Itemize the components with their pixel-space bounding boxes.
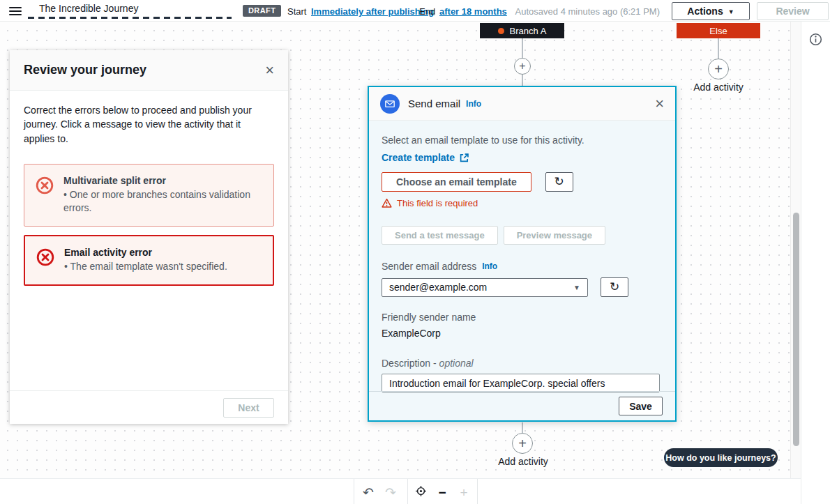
branch-a-label: Branch A (510, 26, 547, 36)
refresh-icon: ↻ (610, 280, 619, 293)
refresh-senders-button[interactable]: ↻ (601, 277, 628, 297)
help-rail (801, 22, 830, 504)
else-label: Else (709, 26, 727, 36)
next-button[interactable]: Next (223, 398, 274, 418)
description-label: Description - (382, 358, 437, 369)
external-link-icon (459, 153, 469, 163)
toolbar-divider (477, 479, 478, 504)
review-panel-title: Review your journey (24, 63, 146, 77)
info-icon[interactable] (809, 33, 822, 46)
insert-activity-button[interactable]: + (514, 58, 531, 75)
send-email-dialog-body: Select an email template to use for this… (369, 121, 675, 392)
journey-title-field[interactable]: The Incredible Journey (28, 1, 232, 19)
zoom-in-button[interactable]: + (453, 482, 474, 503)
plus-icon: + (518, 436, 527, 452)
chevron-down-icon: ▼ (573, 284, 580, 291)
center-view-icon (415, 485, 427, 497)
error-card-email-activity[interactable]: Email activity error The email template … (24, 235, 274, 286)
email-activity-icon (380, 94, 400, 114)
toolbar-divider (354, 479, 354, 504)
review-panel-header: Review your journey × (10, 50, 288, 91)
sender-info-link[interactable]: Info (482, 261, 497, 271)
chevron-down-icon: ▼ (728, 8, 734, 15)
journey-editor-screen: The Incredible Journey DRAFT Start Immed… (0, 0, 830, 504)
start-condition-link[interactable]: Immediately after publishing (311, 6, 434, 17)
send-email-dialog-header: Send email Info × (369, 87, 675, 121)
save-button[interactable]: Save (619, 397, 663, 415)
preview-message-button[interactable]: Preview message (504, 226, 605, 245)
error-message: One or more branches contains validation… (63, 188, 262, 215)
send-email-info-link[interactable]: Info (466, 99, 481, 109)
template-hint-text: Select an email template to use for this… (382, 135, 663, 146)
toolbar-divider (407, 479, 408, 504)
error-circle-icon (36, 176, 54, 194)
undo-button[interactable]: ↶ (358, 482, 379, 503)
friendly-sender-label: Friendly sender name (382, 312, 663, 323)
add-activity-else-button[interactable]: + (708, 59, 729, 79)
dialog-title: Send email (408, 98, 460, 109)
branch-a-chip[interactable]: Branch A (480, 23, 564, 38)
close-icon[interactable]: × (265, 63, 274, 77)
send-test-message-button[interactable]: Send a test message (382, 226, 498, 245)
end-label: End (419, 6, 435, 17)
description-optional-label: optional (439, 358, 474, 369)
top-bar: The Incredible Journey DRAFT Start Immed… (0, 0, 830, 22)
review-panel-footer: Next (10, 390, 288, 424)
close-icon[interactable]: × (655, 97, 664, 111)
warning-triangle-icon (382, 198, 392, 208)
hamburger-menu-icon[interactable] (9, 5, 22, 16)
review-panel-body: Correct the errors below to proceed and … (10, 91, 288, 286)
sender-email-select[interactable]: sender@example.com ▼ (382, 278, 588, 297)
center-view-button[interactable] (410, 482, 431, 503)
status-badge: DRAFT (243, 5, 281, 17)
required-field-error: This field is required (397, 198, 478, 208)
canvas-toolbar: ↶ ↷ − + (0, 478, 801, 504)
zoom-out-button[interactable]: − (432, 482, 453, 503)
journeys-feedback-button[interactable]: How do you like journeys? (664, 448, 778, 467)
end-condition-link[interactable]: after 18 months (439, 6, 507, 17)
error-title: Multivariate split error (63, 175, 262, 186)
add-activity-label: Add activity (488, 456, 558, 467)
autosaved-status: Autosaved 4 minutes ago (6:21 PM) (515, 6, 660, 17)
branch-dot-icon (498, 28, 504, 34)
canvas-scrollbar-track (790, 22, 801, 478)
choose-email-template-button[interactable]: Choose an email template (382, 172, 531, 192)
error-card-multivariate[interactable]: Multivariate split error One or more bra… (24, 164, 274, 227)
error-title: Email activity error (64, 247, 227, 258)
start-label: Start (287, 6, 306, 17)
send-email-dialog: Send email Info × Select an email templa… (368, 86, 677, 422)
error-message: The email template wasn't specified. (64, 260, 227, 274)
plus-icon: + (714, 61, 723, 77)
canvas-scrollbar-thumb[interactable] (793, 213, 799, 446)
create-template-link[interactable]: Create template (382, 152, 663, 163)
add-activity-label: Add activity (687, 82, 750, 93)
actions-button[interactable]: Actions▼ (672, 2, 750, 20)
else-branch-chip[interactable]: Else (677, 23, 760, 38)
review-button[interactable]: Review (757, 2, 829, 20)
sender-email-label: Sender email address (382, 261, 476, 272)
error-circle-icon (36, 248, 54, 266)
plus-icon: + (519, 60, 525, 72)
add-activity-bottom-button[interactable]: + (512, 433, 533, 454)
send-email-dialog-footer: Save (369, 391, 675, 420)
description-input[interactable] (382, 374, 660, 392)
redo-button[interactable]: ↷ (380, 482, 401, 503)
review-journey-panel: Review your journey × Correct the errors… (10, 50, 288, 424)
refresh-icon: ↻ (554, 175, 564, 188)
refresh-templates-button[interactable]: ↻ (545, 172, 573, 192)
else-connector-line (718, 38, 719, 60)
friendly-sender-value: ExampleCorp (382, 328, 663, 339)
review-intro-text: Correct the errors below to proceed and … (24, 103, 274, 146)
